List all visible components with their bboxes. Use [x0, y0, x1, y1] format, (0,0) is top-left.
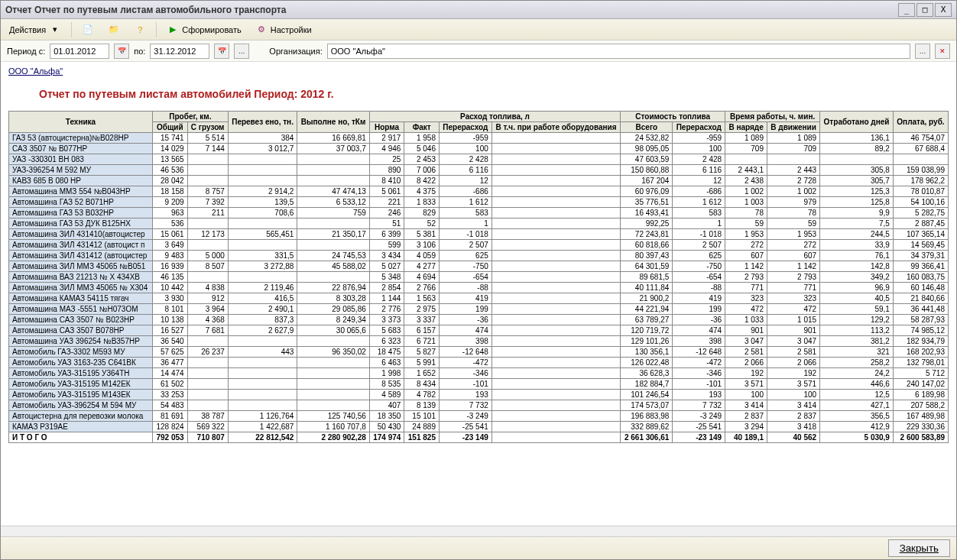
org-label: Организация: — [269, 47, 322, 56]
maximize-button[interactable]: □ — [916, 3, 933, 17]
table-row[interactable]: Автомашина ВАЗ 21213 № Х 434ХВ46 1355 34… — [9, 272, 949, 283]
col-transported: Перевез ено, тн. — [228, 112, 297, 133]
company-link[interactable]: ООО "Альфа" — [8, 66, 63, 76]
col-cost: Стоимость топлива — [621, 112, 725, 122]
org-input[interactable] — [327, 44, 910, 59]
col-payment: Оплата, руб. — [893, 112, 948, 133]
folder-icon: 📁 — [108, 24, 120, 36]
help-icon: ? — [134, 24, 146, 36]
table-row[interactable]: Автомашина ЗИЛ 431410(автоцистер15 06112… — [9, 229, 949, 240]
horizontal-scrollbar[interactable] — [1, 526, 956, 536]
close-button[interactable]: Закрыть — [888, 539, 950, 557]
settings-button[interactable]: ⚙Настройки — [250, 21, 317, 38]
table-row[interactable]: Автомобиль УАЗ-315195 М142ЕК61 5028 5358… — [9, 379, 949, 390]
period-bar: Период с: 📅 по: 📅 … Организация: … ✕ — [1, 40, 956, 62]
table-row[interactable]: Автомашина ЗИЛ 431412 (автоцистер9 4835 … — [9, 251, 949, 261]
titlebar: Отчет Отчет по путевым листам автомобиль… — [1, 1, 956, 19]
col-tech: Техника — [9, 112, 153, 133]
col-days: Отработано дней — [820, 112, 894, 133]
table-row[interactable]: Автомашина ГАЗ 53 В032НР963211708,675924… — [9, 208, 949, 218]
range-button[interactable]: … — [234, 44, 249, 59]
table-row[interactable]: Автомашина ЗИЛ ММЗ 45065 № Х30410 4424 8… — [9, 283, 949, 293]
chevron-down-icon: ▾ — [49, 24, 61, 36]
table-row[interactable]: Автомашина ГАЗ 53 ДУК В125НХ53651521992,… — [9, 218, 949, 229]
table-row[interactable]: Автомобиль УАЗ-396254 М 594 МУ54 4834078… — [9, 400, 949, 411]
date-to-input[interactable] — [150, 44, 209, 59]
window-title: Отчет Отчет по путевым листам автомобиль… — [5, 5, 898, 15]
calendar-icon: 📅 — [118, 47, 126, 55]
report-title: Отчет по путевым листам автомобилей Пери… — [39, 88, 949, 100]
open-button[interactable]: 📁 — [102, 21, 125, 38]
table-row[interactable]: Автомашина МАЗ -5551 №Н073ОМ8 1013 9642 … — [9, 304, 949, 315]
close-window-button[interactable]: X — [935, 3, 952, 17]
period-to-label: по: — [134, 47, 145, 56]
document-icon: 📄 — [82, 24, 94, 36]
report-area: ООО "Альфа" Отчет по путевым листам авто… — [1, 62, 956, 526]
calendar-to-button[interactable]: 📅 — [214, 44, 229, 59]
report-table: Техника Пробег, км. Перевез ено, тн. Вып… — [8, 111, 949, 443]
calendar-icon: 📅 — [218, 47, 226, 55]
gear-icon: ⚙ — [255, 24, 268, 36]
form-button[interactable]: ▶Сформировать — [161, 21, 247, 38]
table-row[interactable]: Автомашина САЗ 3507 В078НР16 5277 6812 6… — [9, 325, 949, 336]
table-row[interactable]: Автомашина ММЗ 554 №В043НР18 1588 7572 9… — [9, 186, 949, 197]
new-button[interactable]: 📄 — [76, 21, 99, 38]
table-row[interactable]: Автомашина САЗ 3507 № В023НР10 1384 3688… — [9, 315, 949, 325]
period-from-label: Период с: — [7, 47, 45, 56]
table-row[interactable]: Автомобиль УАЗ-315195 М143ЕК33 2534 5894… — [9, 390, 949, 400]
org-clear-button[interactable]: ✕ — [935, 44, 950, 59]
table-row[interactable]: Автомобиль УАЗ 3163-235 С641ВК36 4776 46… — [9, 358, 949, 368]
org-select-button[interactable]: … — [915, 44, 930, 59]
table-row[interactable]: КАВЗ 685 В 080 НР28 0428 4108 42212167 2… — [9, 176, 949, 186]
table-row[interactable]: КАМАЗ Р319АЕ128 824569 3221 422,6871 160… — [9, 422, 949, 432]
table-row[interactable]: Автомашина УАЗ 396254 №В357НР36 5406 323… — [9, 336, 949, 347]
col-worktime: Время работы, ч. мин. — [725, 112, 820, 122]
table-row[interactable]: ГАЗ 53 (автоцистерна)№В028НР15 7415 5143… — [9, 133, 949, 144]
date-from-input[interactable] — [50, 44, 109, 59]
footer-bar: Закрыть — [1, 536, 956, 559]
total-row: И Т О Г О792 053710 80722 812,5422 280 9… — [9, 432, 949, 443]
calendar-from-button[interactable]: 📅 — [114, 44, 129, 59]
table-row[interactable]: САЗ 3507 № В077НР14 0297 1443 012,737 00… — [9, 144, 949, 154]
table-row[interactable]: Автоцистерна для перевозки молока81 6913… — [9, 411, 949, 422]
table-row[interactable]: Автомобиль УАЗ-315195 У364ТН14 4741 9981… — [9, 368, 949, 379]
table-row[interactable]: УАЗ -330301 ВН 08313 565252 4532 42847 6… — [9, 154, 949, 165]
actions-dropdown[interactable]: Действия▾ — [4, 21, 67, 38]
toolbar: Действия▾ 📄 📁 ? ▶Сформировать ⚙Настройки — [1, 19, 956, 40]
table-row[interactable]: Автомашина ЗИЛ ММЗ 45065 №В05116 9398 50… — [9, 261, 949, 272]
table-row[interactable]: Автомашина КАМАЗ 54115 тягач3 930912416,… — [9, 293, 949, 304]
table-row[interactable]: Автомашина ЗИЛ 431412 (автоцист п3 64959… — [9, 240, 949, 251]
help-button[interactable]: ? — [128, 21, 151, 38]
minimize-button[interactable]: _ — [898, 3, 915, 17]
table-row[interactable]: Автомашина ГАЗ 52 В071НР9 2097 392139,56… — [9, 197, 949, 208]
play-icon: ▶ — [167, 24, 179, 36]
main-window: Отчет Отчет по путевым листам автомобиль… — [0, 0, 957, 560]
table-row[interactable]: Автомобиль ГАЗ-3302 М593 МУ57 62526 2374… — [9, 347, 949, 358]
col-mileage: Пробег, км. — [153, 112, 229, 122]
col-fuel: Расход топлива, л — [369, 112, 621, 122]
table-row[interactable]: УАЗ-396254 М 592 МУ46 5368907 0066 11615… — [9, 165, 949, 176]
col-done: Выполне но, тКм — [297, 112, 369, 133]
